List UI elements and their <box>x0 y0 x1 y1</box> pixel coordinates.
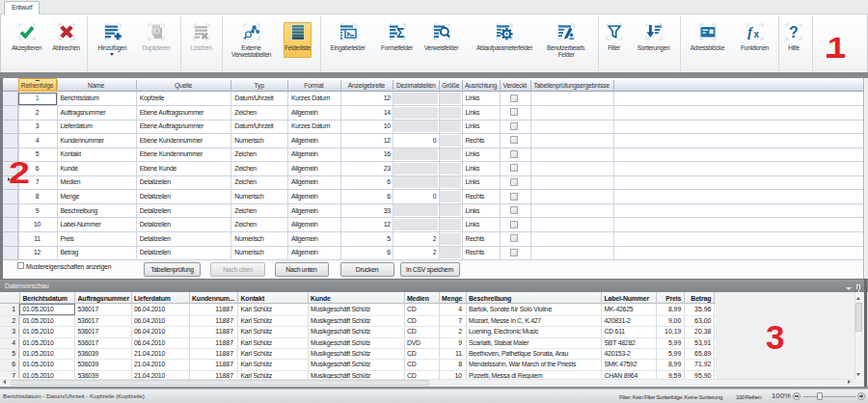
svg-text:Σ: Σ <box>396 25 404 40</box>
svg-text:?: ? <box>789 24 799 40</box>
svg-text:f: f <box>747 25 753 40</box>
svg-text:x: x <box>753 29 759 40</box>
